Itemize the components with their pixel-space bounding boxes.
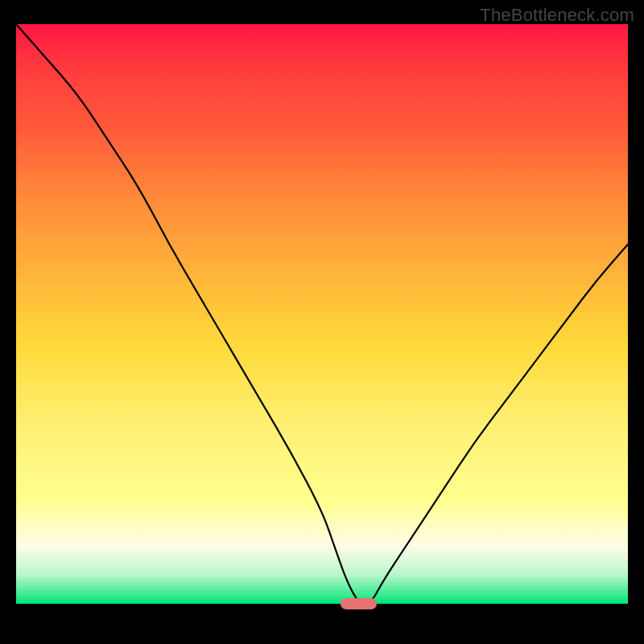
chart-container: TheBottleneck.com [0,0,644,644]
plot-area [16,24,628,604]
bottleneck-curve [16,24,628,604]
optimal-marker [341,598,378,609]
watermark-text: TheBottleneck.com [480,5,634,26]
curve-svg [16,24,628,604]
